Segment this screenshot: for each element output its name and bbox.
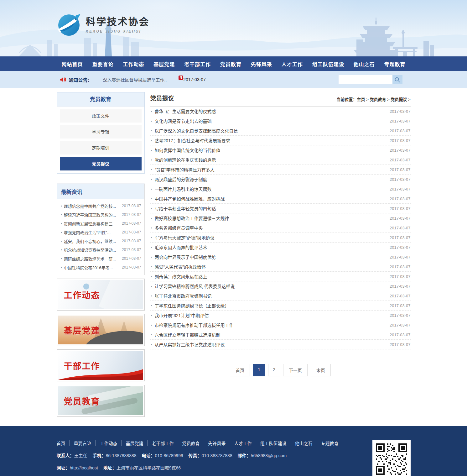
news-item[interactable]: 解读习近平治国理政思想的...2017-03-07 (60, 210, 141, 219)
pagination-first[interactable]: 首页 (230, 364, 250, 376)
breadcrumb-member-education[interactable]: 党员教育 (365, 97, 386, 102)
sidebar-menu: 党员教育 政策文件 学习专辑 定期培训 党员提议 (57, 92, 145, 174)
article-link[interactable]: “贪官”李林甫的精神压力有多大 (155, 166, 390, 173)
site-logo[interactable]: 科学技术协会 KEXUE JISHU XIEHUI (57, 13, 150, 37)
search-input[interactable] (339, 75, 392, 84)
article-link[interactable]: 写给干事创业年轻党员的四句话 (155, 205, 390, 212)
article-date: 2017-03-07 (390, 138, 411, 143)
news-item[interactable]: 延安，我们不忘初心，继续...2017-03-07 (60, 237, 141, 245)
footer-link-talent[interactable]: 人才工作 (230, 440, 256, 446)
pagination-last[interactable]: 末页 (311, 364, 331, 376)
article-link[interactable]: 多名省部级官员调至中央 (155, 225, 390, 231)
nav-item-talent[interactable]: 人才工作 (282, 60, 303, 68)
article-link[interactable]: 做好高校思想政治工作要遵循三大规律 (155, 215, 390, 221)
article-link[interactable]: 两会向世界展示了中国制度优势 (155, 254, 390, 260)
notice-link[interactable]: 深入零洲社区督导换届选举工作.. (103, 76, 167, 83)
nav-item-org-team[interactable]: 组工队伍建设 (312, 60, 344, 68)
article-link[interactable]: 以广泛深入的文化自觉支撑起高度文化自信 (155, 128, 390, 134)
nav-item-pioneer[interactable]: 先锋风采 (251, 60, 272, 68)
qr-code-image (376, 443, 407, 475)
footer-link-work-news[interactable]: 工作动态 (96, 440, 122, 446)
article-row: 曹华飞：生活需要文化的仪式感2017-03-07 (150, 107, 411, 116)
article-link[interactable]: 两汉鼎盛后的分裂源于制度 (155, 176, 390, 182)
article-date: 2017-03-07 (390, 284, 411, 289)
article-link[interactable]: 毛泽东因人而异的批评艺术 (155, 244, 390, 250)
nav-item-member-education[interactable]: 党员教育 (220, 60, 241, 68)
pagination-page-1[interactable]: 1 (253, 364, 265, 376)
banner-work-news[interactable]: 工作动态 (57, 279, 145, 311)
footer-link-veteran-cadres[interactable]: 老干部工作 (148, 440, 178, 446)
pagination-page-2[interactable]: 2 (268, 364, 280, 376)
nav-item-special-education[interactable]: 专题教育 (384, 60, 405, 68)
sidebar-item-policy-files[interactable]: 政策文件 (60, 109, 142, 123)
article-link[interactable]: 一碗面片儿汤引出的惊天腐败 (155, 186, 390, 192)
wechat-qr-box: 微信扫码关注我们 (372, 440, 411, 476)
article-row: 如何发挥中国传统文化的当代价值2017-03-07 (150, 145, 411, 155)
article-link[interactable]: 中国共产党如何战胜困难、应对挑战 (155, 196, 390, 202)
breadcrumb-home[interactable]: 主页 (357, 97, 365, 102)
article-link[interactable]: 文化内涵是春节走出去的基础 (155, 118, 390, 124)
bullet-icon (151, 140, 152, 141)
article-link[interactable]: 曹华飞：生活需要文化的仪式感 (155, 108, 390, 114)
article-date: 2017-03-07 (390, 148, 411, 153)
article-date: 2017-03-07 (390, 196, 411, 201)
footer-link-member-education[interactable]: 党员教育 (178, 440, 204, 446)
footer-link-pioneer[interactable]: 先锋风采 (204, 440, 230, 446)
article-date: 2017-03-07 (390, 313, 411, 318)
news-item[interactable]: 贯彻创新发展理念要构建三...2017-03-07 (60, 219, 141, 228)
article-link[interactable]: 张工任北京市政府党组副书记 (155, 293, 390, 299)
news-item[interactable]: 纪念抗战知识竞赛抽奖活动...2017-03-07 (60, 245, 141, 254)
article-link[interactable]: 让学习雷锋精神蔚然成风 代表委员这样说 (155, 283, 390, 289)
footer-link-speeches[interactable]: 重要言论 (70, 440, 96, 446)
news-item[interactable]: 调研丝绸之路敦煌艺术 研...2017-03-07 (60, 254, 141, 263)
article-link[interactable]: 感受“人民代表”的执政情怀 (155, 264, 390, 270)
footer-link-home[interactable]: 首页 (57, 440, 70, 446)
sidebar-item-study-album[interactable]: 学习专辑 (60, 125, 142, 139)
article-row: 文化内涵是春节走出去的基础2017-03-07 (150, 116, 411, 126)
pagination-next[interactable]: 下一页 (283, 364, 308, 376)
article-link[interactable]: 市检察院规范有序推动干部选拔任用工作 (155, 322, 390, 328)
article-link[interactable]: 如何发挥中国传统文化的当代价值 (155, 147, 390, 153)
nav-item-veteran-cadres[interactable]: 老干部工作 (184, 60, 211, 68)
bullet-icon (151, 334, 152, 335)
news-item[interactable]: 中国社科院公布2016年考...2017-03-07 (60, 263, 141, 272)
breadcrumb-label: 当前位置： (337, 97, 357, 102)
news-item[interactable]: 增强党内政治生活“四性”...2017-03-07 (60, 228, 141, 237)
banner-grassroots[interactable]: 基层党建 (57, 314, 145, 346)
article-link[interactable]: 我市开展“321计划”中期评估 (155, 312, 390, 318)
news-item[interactable]: 理想信念是中国共产党的核...2017-03-07 (60, 201, 141, 210)
article-row: 中国共产党如何战胜困难、应对挑战2017-03-07 (150, 194, 411, 204)
article-link[interactable]: 六合区建立年轻干部链式选培机制 (155, 332, 390, 338)
article-link[interactable]: 军方与乐天敲定“萨德”换地协议 (155, 234, 390, 241)
sidebar-item-regular-training[interactable]: 定期培训 (60, 141, 142, 154)
search-button[interactable] (392, 75, 402, 84)
article-link[interactable]: 从严从实抓好三级书记党建述职评议 (155, 341, 390, 348)
sidebar-item-member-proposals[interactable]: 党员提议 (60, 157, 142, 170)
nav-item-grassroots[interactable]: 基层党建 (153, 60, 175, 68)
bullet-icon (61, 223, 62, 224)
article-date: 2017-03-07 (390, 128, 411, 133)
article-row: 军方与乐天敲定“萨德”换地协议2017-03-07 (150, 233, 411, 243)
banner-cadre-work[interactable]: 干部工作 (57, 349, 145, 381)
footer-link-grassroots[interactable]: 基层党建 (122, 440, 148, 446)
article-date: 2017-03-07 (390, 235, 411, 240)
breadcrumb-member-proposals[interactable]: 党员提议 (386, 97, 407, 102)
nav-item-speeches[interactable]: 重要言论 (92, 60, 113, 68)
footer-link-other-examples[interactable]: 他山之石 (291, 440, 317, 446)
article-link[interactable]: 党的创新理论在重庆实践的启示 (155, 157, 390, 163)
new-badge-icon: N (179, 76, 183, 80)
article-date: 2017-03-07 (390, 177, 411, 182)
article-link[interactable]: 丁学东任国务院副秘书长（正部长级） (155, 302, 390, 309)
banner-member-education[interactable]: 党员教育 (57, 385, 145, 417)
footer-link-org-team[interactable]: 组工队伍建设 (256, 440, 291, 446)
footer-link-special-education[interactable]: 专题教育 (317, 440, 343, 446)
article-link[interactable]: 艺考2017：扣合社会与时代发展新要求 (155, 137, 390, 144)
nav-item-work-news[interactable]: 工作动态 (123, 60, 144, 68)
nav-item-other-examples[interactable]: 他山之石 (354, 60, 375, 68)
article-row: 张工任北京市政府党组副书记2017-03-07 (150, 291, 411, 301)
search-icon (395, 77, 400, 82)
sidebar: 党员教育 政策文件 学习专辑 定期培训 党员提议 最新资讯 理想信念是中国共产党… (57, 92, 145, 417)
nav-item-home[interactable]: 网站首页 (62, 60, 83, 68)
footer-nav: 首页 重要言论 工作动态 基层党建 老干部工作 党员教育 先锋风采 人才工作 组… (57, 440, 343, 446)
article-link[interactable]: 刘奇葆：改文风永远在路上 (155, 273, 390, 280)
